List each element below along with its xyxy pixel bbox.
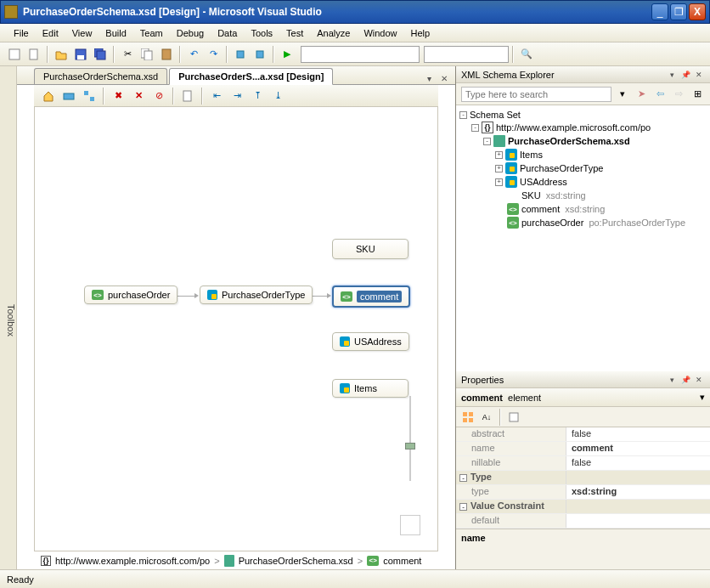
property-pages-button[interactable] [505,409,522,426]
node-purchaseordertype[interactable]: PurchaseOrderType [200,286,313,304]
tab-close-icon[interactable]: ✕ [438,72,450,84]
design-canvas[interactable]: <> purchaseOrder PurchaseOrderType SKU <… [34,107,438,551]
tree-item-usaddress[interactable]: + USAddress [459,175,707,189]
open-button[interactable] [52,45,70,64]
collapse-icon[interactable]: - [471,124,479,132]
tab-xsd-design[interactable]: PurchaseOrderS...a.xsd [Design] [169,68,333,85]
prop-row-type[interactable]: typexsd:string [456,485,710,500]
show-xml-button[interactable] [178,87,197,105]
menu-test[interactable]: Test [279,25,310,41]
menu-tools[interactable]: Tools [244,25,279,41]
panel-pin-icon[interactable]: 📌 [679,374,691,386]
tree-namespace[interactable]: - {} http://www.example.microsoft.com/po [459,121,707,134]
undo-button[interactable]: ↶ [184,45,203,64]
prop-row-name[interactable]: namecomment [456,442,710,456]
collapse-icon[interactable]: - [459,503,467,511]
menu-team[interactable]: Team [133,25,170,41]
menu-analyze[interactable]: Analyze [310,25,357,41]
debug-config-combo[interactable] [301,46,420,63]
panel-close-icon[interactable]: ✕ [693,374,705,386]
content-model-view-button[interactable] [59,87,78,105]
redo-button[interactable]: ↷ [204,45,223,64]
expand-icon[interactable]: + [495,151,503,159]
search-go-icon[interactable]: ➤ [634,87,649,102]
right-to-left-button[interactable]: ⇥ [228,87,246,105]
left-to-right-button[interactable]: ⇤ [207,87,226,105]
tree-schema-set[interactable]: - Schema Set [459,109,707,121]
tab-dropdown-icon[interactable]: ▾ [423,72,435,84]
breadcrumb-file[interactable]: PurchaseOrderSchema.xsd [239,556,353,566]
tree-item-purchaseordertype[interactable]: + PurchaseOrderType [459,161,707,175]
menu-data[interactable]: Data [211,25,244,41]
alphabetical-button[interactable]: A↓ [478,409,495,426]
expand-icon[interactable]: + [495,165,503,172]
schema-search-input[interactable] [461,87,611,102]
panel-dropdown-icon[interactable]: ▾ [666,374,678,386]
platform-combo[interactable] [424,46,509,63]
graph-view-button[interactable] [80,87,99,105]
menu-build[interactable]: Build [99,25,132,41]
node-items[interactable]: Items [332,379,409,398]
clear-workspace-button[interactable]: ✖ [109,87,127,105]
node-sku[interactable]: SKU [332,239,409,259]
properties-selector[interactable]: comment element ▾ [456,388,710,407]
node-usaddress[interactable]: USAddress [332,332,409,351]
search-options-icon[interactable]: ⊞ [690,87,705,102]
paste-button[interactable] [157,45,176,64]
prop-row-abstract[interactable]: abstractfalse [456,427,710,442]
tab-xsd-source[interactable]: PurchaseOrderSchema.xsd [34,68,167,84]
close-button[interactable]: X [689,3,706,20]
categorized-button[interactable] [459,409,476,426]
maximize-button[interactable]: ❐ [670,3,687,20]
zoom-slider[interactable] [405,396,415,506]
tree-item-items[interactable]: + Items [459,148,707,161]
remove-all-button[interactable]: ⊘ [149,87,168,105]
new-project-button[interactable] [5,45,24,64]
tree-item-sku[interactable]: SKU xsd:string [459,189,707,202]
panel-pin-icon[interactable]: 📌 [679,69,691,81]
expand-icon[interactable]: + [495,178,503,186]
panel-close-icon[interactable]: ✕ [693,69,705,81]
prop-row-nillable[interactable]: nillablefalse [456,456,710,471]
prop-category-value-constraint[interactable]: -Value Constraint [456,500,710,514]
new-file-button[interactable] [25,45,43,64]
save-all-button[interactable] [91,45,110,64]
bottom-to-top-button[interactable]: ⤓ [268,87,287,105]
save-button[interactable] [71,45,90,64]
menu-file[interactable]: File [7,25,36,41]
breadcrumb-namespace[interactable]: http://www.example.microsoft.com/po [55,556,210,566]
navigate-back-button[interactable] [231,45,250,64]
menu-window[interactable]: Window [357,25,403,41]
tree-file[interactable]: - PurchaseOrderSchema.xsd [459,134,707,148]
breadcrumb-leaf[interactable]: comment [383,556,421,566]
start-debug-button[interactable]: ▶ [278,45,296,64]
minimize-button[interactable]: _ [651,3,668,20]
selector-dropdown-icon[interactable]: ▾ [700,392,705,403]
top-to-bottom-button[interactable]: ⤒ [248,87,267,105]
menu-edit[interactable]: Edit [36,25,65,41]
search-dropdown-icon[interactable]: ▾ [615,87,630,102]
menu-help[interactable]: Help [404,25,437,41]
remove-button[interactable]: ✕ [129,87,148,105]
tree-item-comment[interactable]: <> comment xsd:string [459,202,707,216]
collapse-icon[interactable]: - [459,474,467,482]
prop-row-default[interactable]: default [456,514,710,529]
collapse-icon[interactable]: - [483,138,491,145]
prop-category-type[interactable]: -Type [456,471,710,485]
node-purchaseorder[interactable]: <> purchaseOrder [84,286,178,304]
start-view-button[interactable] [39,87,58,105]
collapse-icon[interactable]: - [459,111,467,119]
navigate-fwd-button[interactable] [251,45,269,64]
zoom-thumb[interactable] [405,443,415,449]
panel-dropdown-icon[interactable]: ▾ [666,69,678,81]
menu-debug[interactable]: Debug [170,25,211,41]
menu-view[interactable]: View [65,25,99,41]
copy-button[interactable] [138,45,156,64]
cut-button[interactable]: ✂ [118,45,137,64]
nav-fwd-icon[interactable]: ⇨ [671,87,686,102]
tree-item-purchaseorder[interactable]: <> purchaseOrder po:PurchaseOrderType [459,216,707,229]
node-comment[interactable]: <> comment [332,286,410,308]
nav-back-icon[interactable]: ⇦ [652,87,668,102]
zoom-fit-button[interactable] [400,515,420,535]
toolbox-panel-tab[interactable]: Toolbox [0,66,17,569]
